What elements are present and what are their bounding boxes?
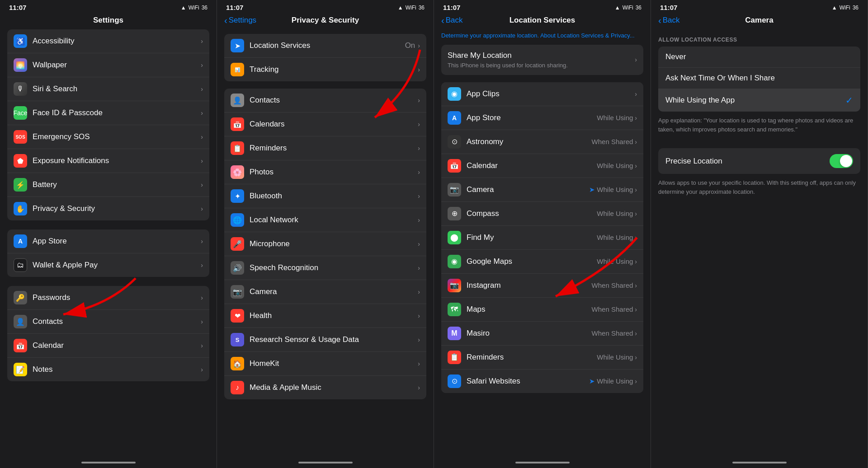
- precise-location-row: Precise Location: [658, 148, 860, 174]
- passwords-label: Passwords: [33, 293, 201, 302]
- settings-section-store: A App Store › 🗂 Wallet & Apple Pay ›: [0, 229, 217, 277]
- photos-item[interactable]: 🌸 Photos ›: [224, 160, 426, 184]
- location-info-text: Determine your approximate location. Abo…: [434, 29, 651, 45]
- app-googlemaps[interactable]: ◉ Google Maps While Using ›: [441, 250, 643, 274]
- wallpaper-icon: 🌅: [14, 58, 27, 72]
- chevron-icon: ›: [635, 258, 637, 265]
- app-astronomy[interactable]: ⊙ Astronomy When Shared ›: [441, 130, 643, 154]
- localnetwork-item[interactable]: 🌐 Local Network ›: [224, 208, 426, 232]
- localnetwork-label: Local Network: [250, 215, 418, 225]
- settings-item-siri[interactable]: 🎙 Siri & Search ›: [7, 77, 209, 101]
- speech-label: Speech Recognition: [250, 263, 418, 272]
- masiro-icon: M: [448, 327, 461, 340]
- settings-item-appstore[interactable]: A App Store ›: [7, 229, 209, 253]
- compass-name: Compass: [467, 209, 597, 218]
- panel-settings: 11:07 ▲ WiFi 36 Settings ♿ Accessibility…: [0, 0, 217, 468]
- chevron-icon: ›: [201, 133, 203, 140]
- findmy-status: While Using: [597, 234, 633, 241]
- instagram-status: When Shared: [592, 281, 633, 289]
- settings-item-wallet[interactable]: 🗂 Wallet & Apple Pay ›: [7, 253, 209, 277]
- media-item[interactable]: ♪ Media & Apple Music ›: [224, 376, 426, 399]
- status-time-3: 11:07: [443, 4, 460, 11]
- chevron-icon: ›: [635, 210, 637, 217]
- camera-label-2: Camera: [250, 287, 418, 296]
- while-using-option[interactable]: While Using the App ✓: [658, 89, 860, 112]
- precise-description: Allows apps to use your specific locatio…: [651, 174, 868, 201]
- settings-item-accessibility[interactable]: ♿ Accessibility ›: [7, 29, 209, 53]
- contacts-label-2: Contacts: [250, 96, 418, 105]
- never-option[interactable]: Never: [658, 47, 860, 68]
- chevron-icon: ›: [418, 145, 420, 152]
- microphone-item[interactable]: 🎤 Microphone ›: [224, 232, 426, 256]
- bluetooth-label: Bluetooth: [250, 192, 418, 201]
- app-masiro[interactable]: M Masiro When Shared ›: [441, 322, 643, 346]
- location-icon: ➤: [231, 39, 244, 52]
- settings-title: Settings: [93, 16, 123, 25]
- bluetooth-item[interactable]: ✦ Bluetooth ›: [224, 184, 426, 208]
- astronomy-name: Astronomy: [467, 137, 592, 146]
- appstore-label: App Store: [33, 237, 201, 246]
- location-services-item[interactable]: ➤ Location Services On ›: [224, 34, 426, 58]
- chevron-icon: ›: [418, 192, 420, 200]
- signal-icon-3: ▲: [615, 5, 620, 11]
- reminders-item[interactable]: 📋 Reminders ›: [224, 136, 426, 160]
- back-button-2[interactable]: ‹ Settings: [224, 16, 256, 25]
- chevron-icon: ›: [635, 282, 637, 289]
- chevron-icon: ›: [201, 157, 203, 164]
- ask-option[interactable]: Ask Next Time Or When I Share: [658, 68, 860, 89]
- camera-app-icon: 📷: [448, 183, 461, 197]
- app-calendar[interactable]: 📅 Calendar While Using ›: [441, 154, 643, 178]
- chevron-icon: ›: [201, 61, 203, 69]
- chevron-icon: ›: [635, 306, 637, 313]
- app-maps[interactable]: 🗺 Maps When Shared ›: [441, 298, 643, 322]
- settings-item-passwords[interactable]: 🔑 Passwords ›: [7, 286, 209, 310]
- camera-status: ➤ While Using: [589, 186, 633, 194]
- chevron-icon: ›: [201, 342, 203, 349]
- app-safari[interactable]: ⊙ Safari Websites ➤ While Using ›: [441, 370, 643, 393]
- chevron-icon: ›: [635, 186, 637, 193]
- camera-icon-2: 📷: [231, 285, 244, 299]
- back-button-4[interactable]: ‹ Back: [658, 16, 679, 25]
- settings-item-exposure[interactable]: ⬟ Exposure Notifications ›: [7, 149, 209, 173]
- app-camera[interactable]: 📷 Camera ➤ While Using ›: [441, 178, 643, 202]
- precise-location-toggle[interactable]: [830, 154, 853, 168]
- chevron-icon: ›: [635, 162, 637, 169]
- homekit-item[interactable]: 🏠 HomeKit ›: [224, 352, 426, 376]
- contacts-item[interactable]: 👤 Contacts ›: [224, 89, 426, 112]
- chevron-icon: ›: [418, 216, 420, 224]
- settings-item-calendar[interactable]: 📅 Calendar ›: [7, 334, 209, 358]
- app-appstore[interactable]: A App Store While Using ›: [441, 106, 643, 130]
- back-button-3[interactable]: ‹ Back: [441, 16, 462, 25]
- app-findmy[interactable]: ⬤ Find My While Using ›: [441, 226, 643, 250]
- bottom-indicator-2: [217, 459, 434, 468]
- app-appclips[interactable]: ◉ App Clips ›: [441, 82, 643, 106]
- location-tracking-section: ➤ Location Services On › 📊 Tracking ›: [217, 34, 434, 81]
- app-instagram[interactable]: 📷 Instagram When Shared ›: [441, 274, 643, 298]
- sos-icon: SOS: [14, 130, 27, 144]
- settings-item-sos[interactable]: SOS Emergency SOS ›: [7, 125, 209, 149]
- app-reminders[interactable]: 📋 Reminders While Using ›: [441, 346, 643, 370]
- settings-item-faceid[interactable]: Face Face ID & Passcode ›: [7, 101, 209, 125]
- battery-label: Battery: [33, 180, 201, 189]
- calendars-item[interactable]: 📅 Calendars ›: [224, 112, 426, 136]
- compass-status: While Using: [597, 210, 633, 217]
- speech-item[interactable]: 🔊 Speech Recognition ›: [224, 256, 426, 280]
- nav-bar-2: ‹ Settings Privacy & Security: [217, 13, 434, 29]
- app-compass[interactable]: ⊕ Compass While Using ›: [441, 202, 643, 226]
- chevron-icon: ›: [201, 318, 203, 325]
- health-item[interactable]: ❤ Health ›: [224, 304, 426, 328]
- panel-privacy: 11:07 ▲ WiFi 36 ‹ Settings Privacy & Sec…: [217, 0, 434, 468]
- research-item[interactable]: S Research Sensor & Usage Data ›: [224, 328, 426, 352]
- share-my-location[interactable]: Share My Location This iPhone is being u…: [441, 45, 643, 75]
- camera-settings-title: Camera: [745, 16, 773, 25]
- settings-item-contacts[interactable]: 👤 Contacts ›: [7, 310, 209, 334]
- settings-item-notes[interactable]: 📝 Notes ›: [7, 358, 209, 381]
- settings-item-battery[interactable]: ⚡ Battery ›: [7, 173, 209, 197]
- settings-item-wallpaper[interactable]: 🌅 Wallpaper ›: [7, 53, 209, 77]
- settings-item-privacy[interactable]: ✋ Privacy & Security ›: [7, 197, 209, 220]
- camera-item[interactable]: 📷 Camera ›: [224, 280, 426, 304]
- while-using-label: While Using the App: [665, 96, 845, 105]
- battery-level-4: 36: [853, 5, 859, 11]
- tracking-item[interactable]: 📊 Tracking ›: [224, 58, 426, 81]
- chevron-icon: ›: [418, 312, 420, 319]
